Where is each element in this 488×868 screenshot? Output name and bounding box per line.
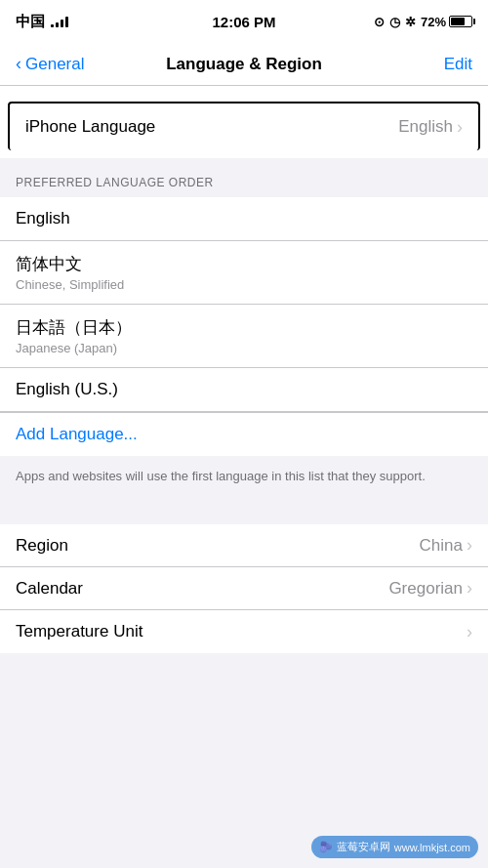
add-language-label[interactable]: Add Language... bbox=[16, 425, 138, 443]
battery: 72% bbox=[421, 15, 472, 29]
content: iPhone Language English › Preferred Lang… bbox=[0, 86, 488, 653]
language-item-chinese[interactable]: 简体中文 Chinese, Simplified bbox=[0, 241, 488, 305]
watermark-icon: 🫐 bbox=[319, 841, 333, 853]
region-chevron-icon: › bbox=[467, 535, 472, 556]
iphone-language-label: iPhone Language bbox=[25, 117, 155, 137]
preferred-language-header: Preferred Language Order bbox=[0, 158, 488, 197]
location-icon: ⊙ bbox=[374, 15, 385, 29]
language-list: English 简体中文 Chinese, Simplified 日本語（日本）… bbox=[0, 197, 488, 456]
temperature-label: Temperature Unit bbox=[16, 622, 142, 641]
carrier-signal: 中国 bbox=[16, 13, 68, 31]
language-name-english-us: English (U.S.) bbox=[16, 380, 472, 399]
region-label: Region bbox=[16, 536, 68, 556]
iphone-language-row[interactable]: iPhone Language English › bbox=[8, 102, 480, 150]
battery-icon bbox=[449, 16, 472, 27]
language-item-japanese[interactable]: 日本語（日本） Japanese (Japan) bbox=[0, 305, 488, 368]
page-title: Language & Region bbox=[166, 55, 322, 74]
back-label[interactable]: General bbox=[25, 55, 84, 74]
calendar-label: Calendar bbox=[16, 579, 83, 599]
signal-bars bbox=[51, 16, 68, 27]
language-subtitle-japanese: Japanese (Japan) bbox=[16, 341, 472, 355]
watermark-text: 蓝莓安卓网 bbox=[337, 840, 390, 854]
calendar-chevron-icon: › bbox=[467, 578, 472, 599]
calendar-row[interactable]: Calendar Gregorian › bbox=[0, 567, 488, 610]
bottom-settings: Region China › Calendar Gregorian › Temp… bbox=[0, 524, 488, 653]
language-name-english: English bbox=[16, 209, 472, 228]
language-item-english[interactable]: English bbox=[0, 197, 488, 241]
region-row[interactable]: Region China › bbox=[0, 524, 488, 567]
iphone-language-value-text: English bbox=[398, 117, 453, 137]
back-chevron-icon: ‹ bbox=[16, 54, 21, 74]
edit-button[interactable]: Edit bbox=[444, 55, 472, 74]
carrier-text: 中国 bbox=[16, 13, 45, 31]
watermark: 🫐 蓝莓安卓网 www.lmkjst.com bbox=[311, 836, 478, 858]
add-language-row[interactable]: Add Language... bbox=[0, 412, 488, 456]
alarm-icon: ◷ bbox=[389, 15, 400, 29]
status-bar: 中国 12:06 PM ⊙ ◷ ✲ 72% bbox=[0, 0, 488, 43]
footer-note: Apps and websites will use the first lan… bbox=[0, 456, 488, 497]
region-value: China › bbox=[420, 535, 472, 556]
language-subtitle-chinese: Chinese, Simplified bbox=[16, 277, 472, 292]
region-value-text: China bbox=[420, 536, 463, 556]
nav-bar: ‹ General Language & Region Edit bbox=[0, 43, 488, 86]
language-name-japanese: 日本語（日本） bbox=[16, 316, 472, 339]
battery-percent: 72% bbox=[421, 15, 446, 29]
calendar-value-text: Gregorian bbox=[388, 579, 463, 599]
temperature-chevron-icon: › bbox=[467, 622, 472, 642]
temperature-value: › bbox=[467, 622, 472, 642]
language-item-english-us[interactable]: English (U.S.) bbox=[0, 368, 488, 412]
iphone-language-value: English › bbox=[398, 117, 463, 138]
bluetooth-icon: ✲ bbox=[405, 15, 416, 29]
temperature-row[interactable]: Temperature Unit › bbox=[0, 610, 488, 653]
iphone-language-chevron-icon: › bbox=[457, 117, 463, 138]
watermark-url: www.lmkjst.com bbox=[394, 842, 470, 853]
back-button[interactable]: ‹ General bbox=[16, 55, 84, 74]
calendar-value: Gregorian › bbox=[388, 578, 472, 599]
language-name-chinese: 简体中文 bbox=[16, 253, 472, 275]
status-time: 12:06 PM bbox=[212, 14, 275, 30]
status-right: ⊙ ◷ ✲ 72% bbox=[374, 15, 472, 29]
